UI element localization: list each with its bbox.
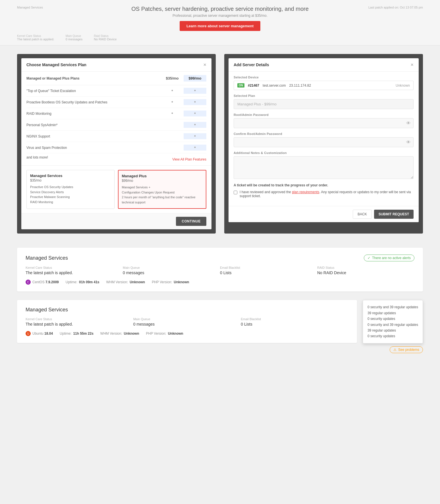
main-queue-label: Main Queue: [66, 34, 82, 38]
os-meta-item: C CentOS 7.9.2009: [26, 280, 59, 285]
notes-textarea[interactable]: [234, 156, 414, 179]
tooltip-line: 0 security updates: [368, 333, 418, 339]
uptime-value-2: 11h 55m 22s: [73, 332, 93, 336]
top-banner: Managed Services Last patch applied on: …: [0, 0, 440, 45]
banner-subtitle: Professional, proactive server managemen…: [17, 14, 423, 18]
plan-card-features: Proactive OS Security UpdatesService Dis…: [30, 185, 111, 205]
plan-dot-2: •: [184, 88, 206, 94]
eye-icon-2[interactable]: 👁: [406, 140, 411, 145]
server-modal-title: Add Server Details: [234, 63, 269, 67]
tooltip-line: 0 security and 39 regular updates: [368, 322, 418, 328]
feature-name: Proactive Bootless OS Security Updates a…: [26, 100, 161, 104]
plan-table: Managed or Managed Plus Plans $35/mo $99…: [21, 72, 211, 165]
device-row: ON #21467 test.server.com 23.111.174.82 …: [234, 81, 414, 90]
server-modal-footer: BACK SUBMIT REQUEST: [229, 206, 419, 222]
continue-button[interactable]: CONTINUE: [176, 217, 206, 226]
selected-plan-label: Selected Plan: [234, 94, 414, 97]
plan-dot-2: •: [184, 133, 206, 139]
plan-dot-2: •: [184, 122, 206, 128]
eye-icon-1[interactable]: 👁: [406, 121, 411, 126]
php-meta-item: PHP Version: Unknown: [152, 280, 189, 284]
root-password-wrapper: 👁: [234, 118, 414, 128]
main-queue-stat-2: Main Queue 0 messages: [133, 317, 241, 326]
php-value: Unknown: [174, 280, 189, 284]
root-password-input[interactable]: [234, 118, 414, 128]
notes-label: Additional Notes & Customization: [234, 151, 414, 155]
server-form: Selected Device ON #21467 test.server.co…: [229, 72, 419, 206]
device-ip: 23.111.174.82: [289, 84, 311, 88]
feature-name: Personal SysAdmin*: [26, 123, 161, 127]
plan-card-title: Managed Plus: [122, 174, 203, 178]
centos-icon: C: [26, 280, 31, 285]
learn-more-button[interactable]: Learn more about server management: [180, 21, 260, 31]
last-patch-text: Last patch applied on: Oct 13 07:05 pm: [368, 6, 423, 9]
plan-dot-2: •: [184, 145, 206, 151]
feature-row: NGINX Support •: [26, 131, 206, 142]
ms-panel-top-header: Managed Services ✓ There are no active a…: [26, 255, 414, 261]
kernel-care-label: Kernel Care Status: [17, 34, 54, 38]
ticket-note: A ticket will be created to track the pr…: [234, 183, 414, 187]
plan-card-price: $35/mo: [30, 178, 111, 182]
php-label: PHP Version:: [152, 280, 172, 284]
main-area: Choose Managed Services Plan × Managed o…: [0, 45, 440, 362]
ms-bottom-stats: Kernel Care Status The latest patch is a…: [26, 317, 348, 326]
submit-button[interactable]: SUBMIT REQUEST: [374, 210, 414, 219]
plan-modal-close[interactable]: ×: [203, 62, 206, 67]
whm-value: Unknown: [130, 280, 145, 284]
plan-dot-1: •: [161, 99, 184, 105]
ms-panel-bottom: Managed Services Kernel Care Status The …: [17, 300, 357, 343]
plan-dot-1: •: [161, 88, 184, 94]
see-problems-badge[interactable]: ⚠ See problems: [390, 346, 423, 353]
kernel-care-stat-2: Kernel Care Status The latest patch is a…: [26, 317, 133, 326]
uptime-meta-item: Uptime: 01h 09m 41s: [66, 280, 99, 284]
feature-name: "Top of Queue" Ticket Escalation: [26, 89, 161, 93]
warning-icon: ⚠: [393, 348, 397, 352]
plan-card-managed-plus[interactable]: Managed Plus $99/mo Managed Services +Co…: [118, 170, 207, 209]
plan-dot-2: •: [184, 99, 206, 105]
second-ms-area: Managed Services Kernel Care Status The …: [17, 300, 423, 353]
plan-card-managed[interactable]: Managed Services $35/mo Proactive OS Sec…: [26, 170, 115, 209]
os-version: CentOS 7.9.2009: [32, 280, 59, 284]
feature-row: "Top of Queue" Ticket Escalation • •: [26, 85, 206, 97]
kernel-care-meta: Kernel Care Status The latest patch is a…: [17, 34, 54, 41]
plan-modal-footer: CONTINUE: [21, 213, 211, 229]
confirm-password-input[interactable]: [234, 137, 414, 147]
php-label-2: PHP Version:: [146, 332, 166, 336]
back-button[interactable]: BACK: [353, 210, 372, 219]
view-plan-link[interactable]: View All Plan Features: [172, 157, 206, 161]
root-password-label: Root/Admin Password: [234, 113, 414, 116]
whm-label: WHM Version:: [106, 280, 128, 284]
plan-modal-header: Choose Managed Services Plan ×: [21, 58, 211, 72]
main-queue-value: 0 messages: [66, 38, 82, 41]
ms-bottom-meta: U Ubuntu 18.04 Uptime: 11h 55m 22s WHM V…: [26, 331, 348, 336]
device-domain: test.server.com: [263, 84, 286, 88]
ms-panel-bottom-title: Managed Services: [26, 307, 68, 313]
ubuntu-icon: U: [26, 331, 31, 336]
plan-dot-1: •: [161, 111, 184, 116]
whm-meta-item: WHM Version: Unknown: [106, 280, 145, 284]
tooltip-line: 39 regular updates: [368, 328, 418, 333]
raid-meta: Raid Status No RAID Device: [94, 34, 117, 41]
os-meta-item-2: U Ubuntu 18.04: [26, 331, 53, 336]
server-modal: Add Server Details × Selected Device ON …: [229, 58, 419, 222]
plan-req-checkbox[interactable]: [234, 191, 237, 194]
tooltip-area: 0 security and 39 regular updates39 regu…: [363, 300, 423, 353]
ms-top-meta: C CentOS 7.9.2009 Uptime: 01h 09m 41s WH…: [26, 280, 414, 285]
feature-rows-container: "Top of Queue" Ticket Escalation • • Pro…: [26, 85, 206, 153]
banner-title: Managed Services: [17, 6, 43, 9]
plan-dot-2: •: [184, 111, 206, 116]
plan-req-link[interactable]: plan requirements: [292, 190, 319, 194]
feature-name: RAID Monitoring: [26, 112, 161, 116]
price-col-2: $99/mo: [184, 75, 206, 82]
ms-panel-bottom-header: Managed Services: [26, 307, 348, 313]
banner-meta: Kernel Care Status The latest patch is a…: [17, 34, 423, 41]
feature-name: NGINX Support: [26, 134, 161, 138]
kernel-care-value: The latest patch is applied.: [17, 38, 54, 41]
server-modal-close[interactable]: ×: [410, 62, 414, 67]
plan-cards-row: Managed Services $35/mo Proactive OS Sec…: [21, 165, 211, 213]
device-unknown: Unknown: [396, 84, 410, 88]
confirm-password-wrapper: 👁: [234, 137, 414, 147]
no-alerts-text: There are no active alerts: [372, 256, 411, 260]
plan-modal-title: Choose Managed Services Plan: [26, 63, 86, 67]
main-queue-stat: Main Queue 0 messages: [123, 266, 220, 275]
